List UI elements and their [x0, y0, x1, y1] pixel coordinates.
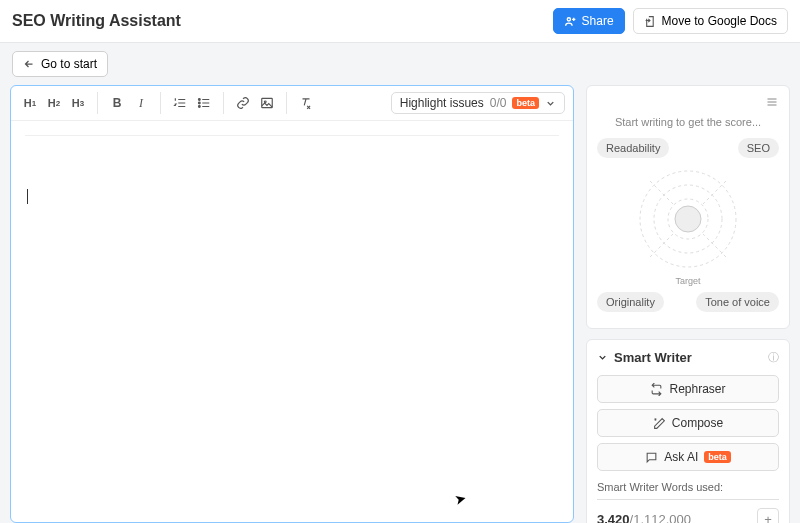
- score-panel: Start writing to get the score... Readab…: [586, 85, 790, 329]
- ordered-list-button[interactable]: [169, 92, 191, 114]
- pill-tone[interactable]: Tone of voice: [696, 292, 779, 312]
- move-to-docs-button[interactable]: Move to Google Docs: [633, 8, 788, 34]
- score-hint: Start writing to get the score...: [597, 116, 779, 128]
- text-cursor: [27, 189, 28, 204]
- share-label: Share: [582, 14, 614, 28]
- score-panel-head: [597, 96, 779, 112]
- main-content: H1 H2 H3 B I: [0, 85, 800, 523]
- ordered-list-icon: [173, 96, 187, 110]
- ruler-line: [25, 135, 559, 136]
- link-button[interactable]: [232, 92, 254, 114]
- arrow-left-icon: [23, 58, 35, 70]
- back-button[interactable]: Go to start: [12, 51, 108, 77]
- pill-seo[interactable]: SEO: [738, 138, 779, 158]
- header-actions: Share Move to Google Docs: [553, 8, 788, 34]
- sidebar: Start writing to get the score... Readab…: [586, 85, 790, 523]
- ask-ai-label: Ask AI: [664, 450, 698, 464]
- highlight-count: 0/0: [490, 96, 507, 110]
- h2-button[interactable]: H2: [43, 92, 65, 114]
- svg-point-0: [567, 17, 570, 20]
- usage-used: 3,420: [597, 512, 630, 524]
- usage-label: Smart Writer Words used:: [597, 481, 779, 493]
- move-label: Move to Google Docs: [662, 14, 777, 28]
- editor-textarea[interactable]: ➤: [11, 121, 573, 522]
- pill-originality[interactable]: Originality: [597, 292, 664, 312]
- usage-section: Smart Writer Words used: 3,420/1,112,000…: [597, 481, 779, 523]
- italic-button[interactable]: I: [130, 92, 152, 114]
- share-icon: [564, 15, 577, 28]
- compose-icon: [653, 417, 666, 430]
- smart-writer-head: Smart Writer ⓘ: [597, 350, 779, 365]
- svg-line-13: [703, 234, 726, 257]
- format-group: B I: [106, 92, 161, 114]
- rephraser-button[interactable]: Rephraser: [597, 375, 779, 403]
- clear-format-button[interactable]: [295, 92, 317, 114]
- svg-point-2: [198, 102, 200, 104]
- mouse-cursor-icon: ➤: [453, 490, 469, 509]
- svg-point-3: [198, 106, 200, 108]
- svg-point-9: [675, 206, 701, 232]
- clear-format-icon: [299, 96, 313, 110]
- svg-line-12: [650, 234, 673, 257]
- editor-panel: H1 H2 H3 B I: [10, 85, 574, 523]
- compose-label: Compose: [672, 416, 723, 430]
- chat-icon: [645, 451, 658, 464]
- svg-line-10: [650, 181, 673, 204]
- rephraser-label: Rephraser: [669, 382, 725, 396]
- highlight-issues-dropdown[interactable]: Highlight issues 0/0 beta: [391, 92, 565, 114]
- clear-group: [295, 92, 325, 114]
- svg-point-1: [198, 99, 200, 101]
- h3-button[interactable]: H3: [67, 92, 89, 114]
- highlight-label: Highlight issues: [400, 96, 484, 110]
- usage-line: 3,420/1,112,000 +: [597, 499, 779, 523]
- pills-bottom: Originality Tone of voice: [597, 292, 779, 312]
- pills-top: Readability SEO: [597, 138, 779, 158]
- bullet-list-icon: [197, 96, 211, 110]
- heading-group: H1 H2 H3: [19, 92, 98, 114]
- subheader: Go to start: [0, 43, 800, 85]
- add-words-button[interactable]: +: [757, 508, 779, 523]
- usage-numbers: 3,420/1,112,000: [597, 512, 691, 524]
- ask-ai-button[interactable]: Ask AI beta: [597, 443, 779, 471]
- collapse-icon[interactable]: [597, 352, 608, 363]
- pill-readability[interactable]: Readability: [597, 138, 669, 158]
- rephraser-icon: [650, 383, 663, 396]
- bullet-list-button[interactable]: [193, 92, 215, 114]
- h1-button[interactable]: H1: [19, 92, 41, 114]
- smart-writer-panel: Smart Writer ⓘ Rephraser Compose Ask AI …: [586, 339, 790, 523]
- list-group: [169, 92, 224, 114]
- image-button[interactable]: [256, 92, 278, 114]
- compose-button[interactable]: Compose: [597, 409, 779, 437]
- info-icon[interactable]: ⓘ: [768, 350, 779, 365]
- editor-toolbar: H1 H2 H3 B I: [11, 86, 573, 121]
- usage-max: 1,112,000: [633, 512, 691, 524]
- app-title: SEO Writing Assistant: [12, 12, 181, 30]
- insert-group: [232, 92, 287, 114]
- ask-ai-beta-badge: beta: [704, 451, 731, 463]
- menu-icon[interactable]: [765, 96, 779, 108]
- chevron-down-icon: [545, 98, 556, 109]
- bold-button[interactable]: B: [106, 92, 128, 114]
- app-header: SEO Writing Assistant Share Move to Goog…: [0, 0, 800, 43]
- image-icon: [260, 96, 274, 110]
- radar-chart: Target: [597, 164, 779, 286]
- export-icon: [644, 15, 657, 28]
- smart-writer-title: Smart Writer: [614, 350, 762, 365]
- target-label: Target: [675, 276, 700, 286]
- beta-badge: beta: [512, 97, 539, 109]
- link-icon: [236, 96, 250, 110]
- svg-line-11: [703, 181, 726, 204]
- back-label: Go to start: [41, 57, 97, 71]
- share-button[interactable]: Share: [553, 8, 625, 34]
